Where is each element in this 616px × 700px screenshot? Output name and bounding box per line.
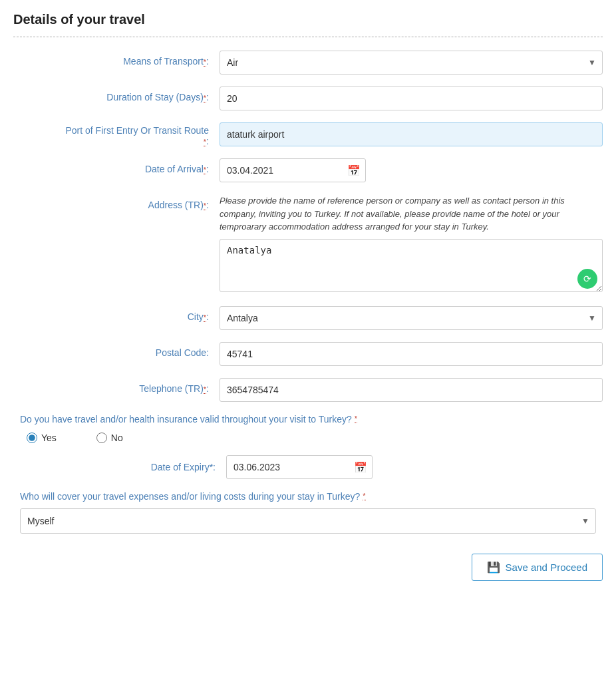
bottom-bar: 💾 Save and Proceed bbox=[13, 554, 603, 581]
travel-details-form: Means of Transport*: Air Sea Land ▼ Dura… bbox=[13, 51, 603, 402]
expiry-label: Date of Expiry*: bbox=[20, 462, 226, 472]
city-select-wrap: Antalya Istanbul Ankara Izmir ▼ bbox=[220, 306, 603, 330]
cover-question-label: Who will cover your travel expenses and/… bbox=[20, 491, 596, 502]
port-of-entry-input[interactable] bbox=[220, 122, 603, 146]
duration-of-stay-label: Duration of Stay (Days)*: bbox=[13, 87, 220, 102]
port-of-entry-label: Port of First Entry Or Transit Route *: bbox=[13, 122, 220, 146]
address-row: Address (TR)*: Please provide the name o… bbox=[13, 194, 603, 294]
means-of-transport-select-wrap: Air Sea Land ▼ bbox=[220, 51, 603, 75]
postal-code-label: Postal Code: bbox=[13, 342, 220, 358]
required-marker: * bbox=[363, 492, 365, 500]
means-of-transport-select[interactable]: Air Sea Land bbox=[220, 51, 603, 75]
means-of-transport-row: Means of Transport*: Air Sea Land ▼ bbox=[13, 51, 603, 75]
city-row: City*: Antalya Istanbul Ankara Izmir ▼ bbox=[13, 306, 603, 330]
expiry-row: Date of Expiry*: 📅 bbox=[20, 455, 596, 479]
cover-select-wrap: Myself Sponsor Other ▼ bbox=[20, 508, 596, 534]
expiry-calendar-icon[interactable]: 📅 bbox=[354, 460, 367, 473]
date-of-arrival-input[interactable] bbox=[220, 158, 366, 182]
insurance-yes-label: Yes bbox=[41, 433, 57, 443]
city-select[interactable]: Antalya Istanbul Ankara Izmir bbox=[220, 306, 603, 330]
date-of-arrival-row: Date of Arrival*: 📅 bbox=[13, 158, 603, 182]
insurance-yes-option[interactable]: Yes bbox=[27, 433, 57, 443]
insurance-no-label: No bbox=[111, 433, 123, 443]
address-refresh-button[interactable]: ⟳ bbox=[577, 269, 597, 289]
cover-select[interactable]: Myself Sponsor Other bbox=[20, 508, 596, 534]
address-textarea-wrap: Anatalya ⟳ bbox=[220, 239, 603, 294]
date-of-arrival-wrap: 📅 bbox=[220, 158, 366, 182]
means-of-transport-label: Means of Transport*: bbox=[13, 51, 220, 67]
address-label: Address (TR)*: bbox=[13, 194, 220, 210]
insurance-yes-radio[interactable] bbox=[27, 433, 37, 443]
required-marker: * bbox=[204, 166, 206, 174]
page-title: Details of your travel bbox=[13, 12, 603, 27]
city-label: City*: bbox=[13, 306, 220, 322]
duration-of-stay-row: Duration of Stay (Days)*: bbox=[13, 87, 603, 110]
required-marker: * bbox=[204, 202, 206, 210]
insurance-section: Do you have travel and/or health insuran… bbox=[13, 414, 603, 479]
insurance-question-label: Do you have travel and/or health insuran… bbox=[20, 414, 596, 425]
address-textarea[interactable]: Anatalya bbox=[220, 239, 603, 292]
date-of-arrival-calendar-icon[interactable]: 📅 bbox=[347, 164, 361, 177]
date-of-arrival-label: Date of Arrival*: bbox=[13, 158, 220, 174]
save-button-label: Save and Proceed bbox=[506, 562, 587, 573]
postal-code-row: Postal Code: bbox=[13, 342, 603, 366]
postal-code-input[interactable] bbox=[220, 342, 603, 366]
save-icon: 💾 bbox=[487, 561, 500, 574]
telephone-row: Telephone (TR)*: bbox=[13, 378, 603, 402]
required-marker: * bbox=[204, 313, 206, 322]
cover-section: Who will cover your travel expenses and/… bbox=[13, 491, 603, 534]
telephone-label: Telephone (TR)*: bbox=[13, 378, 220, 394]
expiry-date-input[interactable] bbox=[226, 455, 373, 479]
expiry-input-wrap: 📅 bbox=[226, 455, 373, 479]
duration-of-stay-input[interactable] bbox=[220, 87, 603, 110]
insurance-no-radio[interactable] bbox=[96, 433, 107, 443]
required-marker: * bbox=[204, 94, 206, 102]
address-hint: Please provide the name of reference per… bbox=[220, 194, 603, 234]
telephone-input[interactable] bbox=[220, 378, 603, 402]
save-and-proceed-button[interactable]: 💾 Save and Proceed bbox=[472, 554, 603, 581]
port-of-entry-row: Port of First Entry Or Transit Route *: bbox=[13, 122, 603, 146]
required-marker: * bbox=[204, 138, 206, 146]
section-divider bbox=[13, 37, 603, 37]
required-marker: * bbox=[210, 462, 213, 472]
required-marker: * bbox=[355, 415, 357, 423]
required-marker: * bbox=[204, 58, 206, 67]
insurance-radio-group: Yes No bbox=[20, 433, 596, 443]
required-marker: * bbox=[204, 385, 206, 394]
insurance-no-option[interactable]: No bbox=[96, 433, 123, 443]
